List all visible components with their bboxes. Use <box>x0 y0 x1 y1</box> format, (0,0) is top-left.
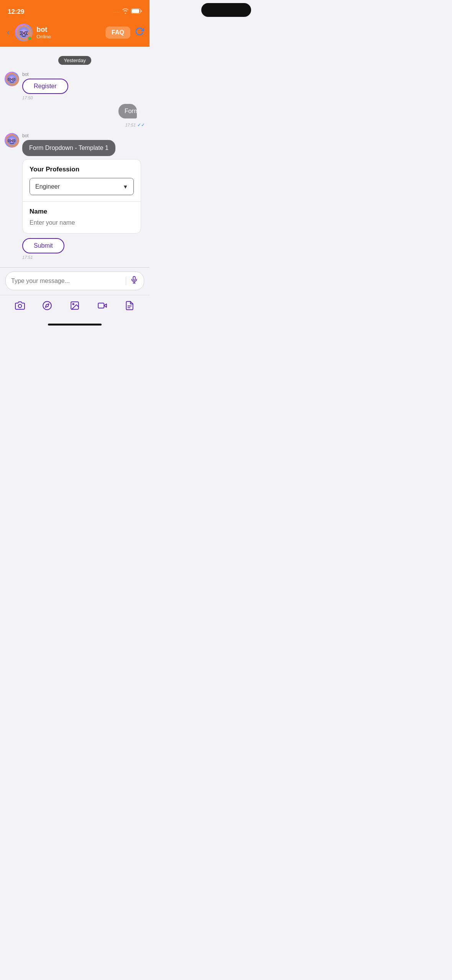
battery-icon <box>131 8 142 15</box>
bot-message-register: bot Register 17:50 <box>0 72 150 100</box>
bot-avatar-small-2 <box>5 133 19 148</box>
status-bar: 12:29 ···· <box>0 0 150 21</box>
register-button[interactable]: Register <box>22 79 68 94</box>
bot-name: bot <box>36 26 102 34</box>
bot-info: bot Online <box>36 26 102 39</box>
faq-button[interactable]: FAQ <box>105 26 130 39</box>
date-separator: Yesterday <box>0 56 150 65</box>
back-button[interactable]: ‹ <box>5 26 11 39</box>
template-label: Form Dropdown - Template 1 <box>22 140 115 156</box>
status-icons: ···· <box>113 8 142 15</box>
form-timestamp: 17:51 <box>22 255 145 260</box>
svg-rect-1 <box>132 9 139 13</box>
online-indicator <box>28 36 32 41</box>
bot-sender-label-2: bot <box>22 133 145 138</box>
home-indicator <box>0 321 150 328</box>
profession-select-wrapper[interactable]: Engineer Doctor Teacher Lawyer Other ▼ <box>30 178 134 195</box>
svg-point-7 <box>26 33 27 34</box>
user-message-form: Form <box>0 104 150 118</box>
bot-avatar-large <box>15 24 33 41</box>
user-message-meta: 17:51 ✓✓ <box>0 122 150 128</box>
nav-bar: ‹ bot Online <box>0 21 150 47</box>
gallery-button[interactable] <box>68 299 81 314</box>
wifi-icon <box>122 8 129 15</box>
input-area <box>0 267 150 295</box>
status-time: 12:29 <box>8 8 24 16</box>
refresh-button[interactable] <box>135 27 144 38</box>
register-timestamp: 17:50 <box>22 95 145 100</box>
profession-select[interactable]: Engineer Doctor Teacher Lawyer Other <box>30 178 133 195</box>
svg-rect-22 <box>133 276 135 280</box>
svg-rect-30 <box>98 303 104 308</box>
svg-rect-8 <box>19 31 20 35</box>
svg-point-26 <box>43 301 52 310</box>
svg-point-25 <box>18 304 21 308</box>
nav-actions: FAQ <box>105 26 144 39</box>
svg-point-16 <box>6 134 18 146</box>
location-button[interactable] <box>41 299 54 314</box>
svg-rect-9 <box>28 31 29 35</box>
video-button[interactable] <box>96 299 109 314</box>
bot-sender-label-1: bot <box>22 72 145 77</box>
signal-dots-icon: ···· <box>113 10 120 14</box>
user-bubble: Form <box>118 104 137 118</box>
chat-area: Yesterday bot <box>0 47 150 267</box>
name-label: Name <box>30 208 134 215</box>
register-message-content: bot Register 17:50 <box>22 72 145 100</box>
svg-point-6 <box>21 33 22 34</box>
read-receipt-icon: ✓✓ <box>137 122 145 128</box>
home-bar <box>48 324 102 326</box>
document-button[interactable] <box>123 299 136 314</box>
date-label: Yesterday <box>58 56 91 65</box>
svg-point-15 <box>13 79 14 80</box>
mic-button[interactable] <box>130 276 138 286</box>
svg-point-14 <box>9 79 10 80</box>
submit-button[interactable]: Submit <box>22 238 64 253</box>
user-timestamp: 17:51 <box>125 123 136 127</box>
bot-message-form: bot Form Dropdown - Template 1 Your Prof… <box>0 133 150 260</box>
svg-marker-27 <box>46 304 49 307</box>
name-input[interactable] <box>30 219 134 227</box>
bot-avatar-small-1 <box>5 72 19 86</box>
message-input[interactable] <box>11 278 122 284</box>
svg-point-29 <box>73 304 74 305</box>
form-card: Your Profession Engineer Doctor Teacher … <box>22 159 141 233</box>
profession-label: Your Profession <box>30 166 134 173</box>
form-message-content: bot Form Dropdown - Template 1 Your Prof… <box>22 133 145 260</box>
input-divider <box>126 277 126 285</box>
user-message-text: Form <box>125 108 139 114</box>
svg-point-20 <box>9 140 10 141</box>
camera-button[interactable] <box>13 299 26 314</box>
svg-point-21 <box>13 140 14 141</box>
svg-point-10 <box>6 73 18 85</box>
profession-section: Your Profession Engineer Doctor Teacher … <box>23 159 141 201</box>
bottom-toolbar <box>0 295 150 321</box>
bot-status-text: Online <box>36 34 102 39</box>
input-row <box>5 271 144 290</box>
name-section: Name <box>23 202 141 233</box>
